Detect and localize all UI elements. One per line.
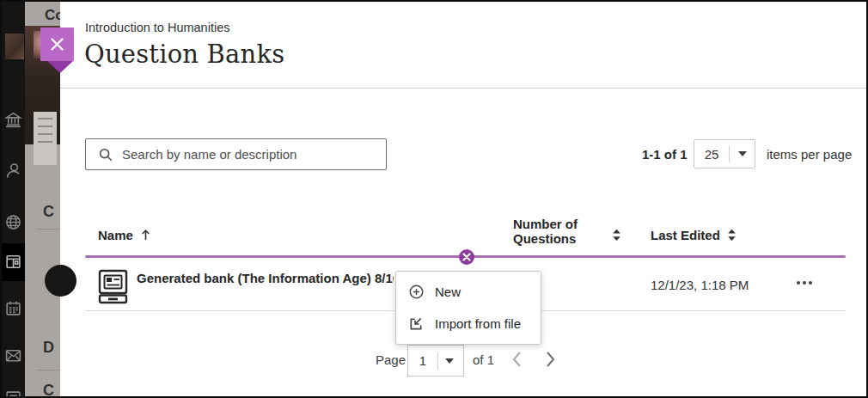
column-label: Name: [98, 228, 133, 242]
chevron-down-icon: [738, 151, 747, 156]
bank-name-link[interactable]: Generated bank (The Information Age) 8/1…: [137, 271, 394, 285]
panel-header: Introduction to Humanities Question Bank…: [60, 2, 866, 89]
page-size-value: 25: [694, 147, 729, 162]
column-header-name[interactable]: Name: [98, 228, 150, 242]
plus-circle-icon: [408, 284, 425, 300]
background-document-preview: [34, 112, 57, 165]
calendar-icon[interactable]: [4, 299, 22, 317]
tool-sidebar: [2, 2, 25, 396]
background-divider: [36, 370, 60, 370]
previous-page-button[interactable]: [509, 349, 526, 370]
close-panel-button[interactable]: [40, 28, 74, 61]
profile-icon[interactable]: [4, 162, 22, 180]
sort-ascending-icon: [141, 229, 150, 242]
background-section-heading: C: [43, 203, 54, 221]
import-file-icon: [408, 315, 425, 332]
page-number-select[interactable]: 1: [407, 345, 464, 377]
column-label: Number of: [513, 217, 578, 232]
column-header-questions[interactable]: Number of Questions: [513, 217, 578, 246]
page-of-label: of 1: [473, 352, 494, 367]
sort-toggle-icon[interactable]: [612, 229, 621, 242]
items-per-page-label: items per page: [767, 147, 852, 162]
next-page-button[interactable]: [541, 349, 559, 370]
row-overflow-menu-button[interactable]: [792, 275, 817, 291]
page-label: Page: [376, 352, 406, 367]
background-section-heading: C: [43, 382, 54, 396]
institution-bank-icon[interactable]: [4, 111, 22, 129]
menu-item-import-from-file[interactable]: Import from file: [396, 308, 541, 340]
page-size-select[interactable]: 25: [694, 139, 755, 168]
search-input[interactable]: [122, 147, 386, 162]
background-course-label: Co: [45, 7, 60, 24]
select-divider: [437, 352, 438, 370]
question-bank-icon: [98, 269, 128, 304]
background-avatar: [45, 265, 76, 297]
add-item-button-open[interactable]: [459, 249, 474, 265]
sidebar-active-highlight: [2, 243, 25, 281]
select-divider: [729, 145, 730, 162]
background-section-heading: D: [43, 339, 54, 357]
search-container: [85, 138, 387, 170]
column-label: Questions: [513, 232, 578, 247]
ellipsis-icon: [809, 281, 812, 285]
menu-item-label: New: [435, 285, 461, 299]
ellipsis-icon: [803, 281, 806, 285]
column-label: Last Edited: [651, 228, 720, 242]
page-title: Question Banks: [84, 40, 284, 69]
close-icon: [50, 37, 64, 52]
messages-icon[interactable]: [4, 346, 22, 364]
search-icon: [98, 147, 113, 162]
current-page-value: 1: [408, 353, 437, 368]
chevron-down-icon: [445, 358, 454, 364]
app-window: Co C D C Introduction to Humanities Ques…: [0, 0, 868, 398]
results-range: 1-1 of 1: [642, 147, 688, 162]
menu-item-label: Import from file: [435, 316, 521, 331]
breadcrumb: Introduction to Humanities: [85, 21, 229, 34]
courses-icon[interactable]: [4, 253, 22, 271]
close-x-icon: [462, 253, 471, 261]
add-context-menu: New Import from file: [395, 271, 541, 345]
close-button-fold: [47, 61, 73, 73]
column-header-last-edited[interactable]: Last Edited: [651, 228, 737, 242]
sort-toggle-icon: [727, 229, 737, 242]
menu-item-new[interactable]: New: [396, 276, 541, 308]
last-edited-value: 12/1/23, 1:18 PM: [651, 278, 749, 292]
ellipsis-icon: [797, 281, 800, 285]
background-divider: [36, 229, 60, 230]
question-banks-panel: Introduction to Humanities Question Bank…: [60, 2, 866, 396]
institution-logo[interactable]: [5, 34, 24, 59]
globe-icon[interactable]: [4, 213, 22, 231]
activity-icon[interactable]: [4, 390, 22, 398]
